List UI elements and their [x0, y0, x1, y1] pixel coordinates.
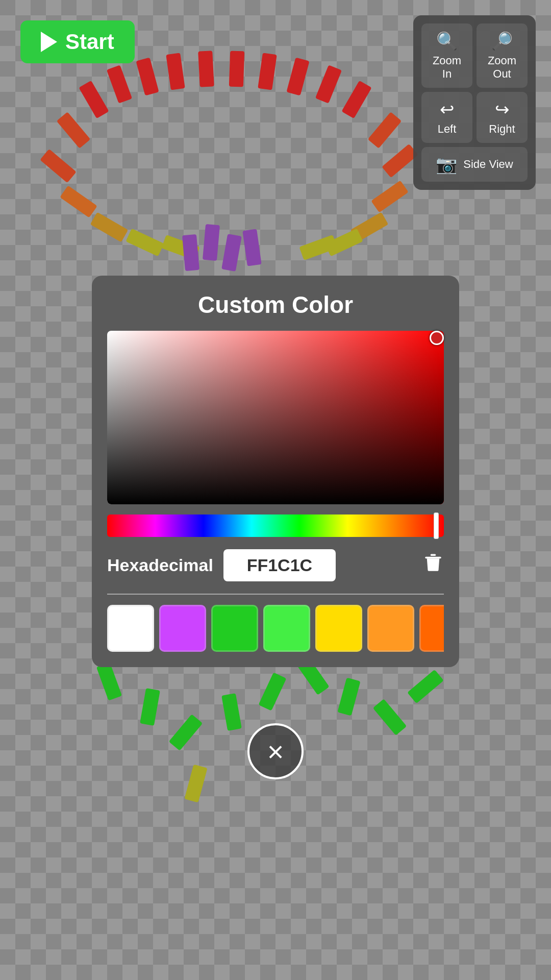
left-icon: ↩: [440, 99, 454, 119]
zoom-out-label: Zoom Out: [482, 54, 522, 81]
left-label: Left: [438, 122, 457, 136]
close-icon: ×: [267, 735, 284, 768]
hex-row: Hexadecimal: [107, 549, 444, 581]
right-label: Right: [489, 122, 515, 136]
hex-input[interactable]: [223, 549, 336, 581]
hex-label: Hexadecimal: [107, 555, 213, 575]
side-view-icon: 📷: [436, 154, 457, 175]
play-icon: [41, 32, 57, 52]
divider: [107, 594, 444, 595]
zoom-in-icon: 🔍: [436, 31, 458, 51]
delete-color-button[interactable]: [422, 552, 444, 579]
right-button[interactable]: ↪ Right: [477, 92, 528, 143]
color-picker-area[interactable]: [107, 331, 444, 504]
swatches-row: [107, 605, 444, 652]
right-icon: ↪: [495, 99, 509, 119]
color-swatch[interactable]: [419, 605, 444, 652]
side-view-button[interactable]: 📷 Side View: [421, 147, 528, 182]
hue-thumb: [434, 512, 439, 539]
zoom-out-button[interactable]: 🔎 Zoom Out: [477, 23, 528, 88]
color-swatch[interactable]: [211, 605, 258, 652]
start-label: Start: [65, 30, 114, 54]
svg-rect-0: [425, 556, 441, 558]
side-view-label: Side View: [463, 158, 513, 171]
dialog-title: Custom Color: [107, 291, 444, 318]
start-button[interactable]: Start: [20, 20, 135, 63]
close-button[interactable]: ×: [247, 723, 304, 779]
color-swatch[interactable]: [367, 605, 414, 652]
trash-icon: [422, 552, 444, 574]
custom-color-dialog: Custom Color Hexadecimal ×: [92, 276, 459, 667]
controls-panel: 🔍 Zoom In 🔎 Zoom Out ↩ Left ↪ Right 📷 Si…: [413, 15, 536, 190]
color-swatch[interactable]: [107, 605, 154, 652]
color-swatch[interactable]: [263, 605, 310, 652]
svg-rect-1: [431, 554, 436, 556]
hue-slider[interactable]: [107, 514, 444, 537]
zoom-in-button[interactable]: 🔍 Zoom In: [421, 23, 472, 88]
zoom-in-label: Zoom In: [427, 54, 467, 81]
left-button[interactable]: ↩ Left: [421, 92, 472, 143]
color-swatch[interactable]: [159, 605, 206, 652]
color-swatch[interactable]: [315, 605, 362, 652]
picker-cursor: [430, 331, 444, 345]
zoom-out-icon: 🔎: [491, 31, 513, 51]
